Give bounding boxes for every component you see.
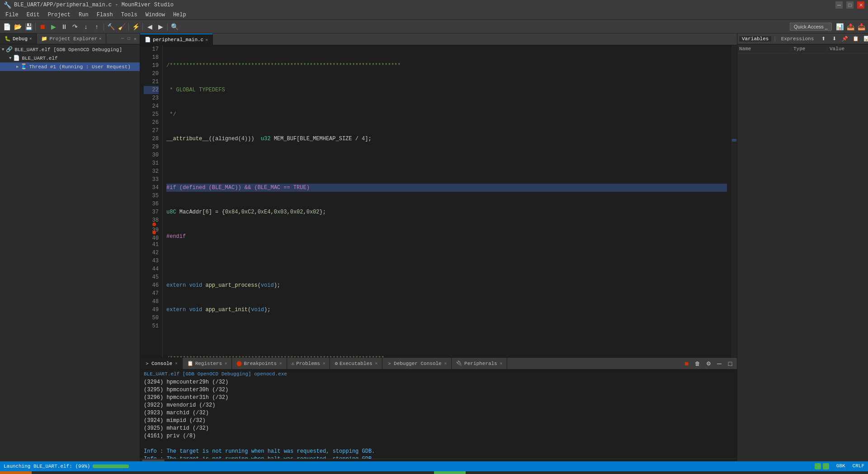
panel-close-btn[interactable]: ✕: [132, 36, 138, 42]
debug-badge: ✕: [29, 36, 32, 41]
toolbar-step-into[interactable]: ↓: [81, 22, 91, 32]
menu-window[interactable]: Window: [142, 11, 169, 19]
toolbar-clean[interactable]: 🧹: [117, 22, 127, 32]
editor-minimap: [731, 45, 737, 357]
toolbar-new[interactable]: 📄: [2, 22, 12, 32]
peripherals-icon: 🔌: [456, 360, 462, 366]
variables-btn-4[interactable]: 📋: [851, 34, 861, 44]
code-editor[interactable]: 17 18 19 20 21 22 23 24 25 26 27 28 29 3…: [140, 45, 737, 357]
debug-tree: ▼ 🔗 BLE_UART.elf [GDB OpenOCD Debugging]…: [0, 44, 140, 461]
menu-edit[interactable]: Edit: [23, 11, 43, 19]
tab-project-explorer[interactable]: 📁 Project Explorer ✕: [37, 33, 106, 44]
app-icon: 🔧: [4, 1, 11, 9]
panel-minimize-btn[interactable]: ─: [120, 36, 125, 42]
tab-registers[interactable]: 📋 Registers ✕: [183, 358, 232, 369]
console-maximize-btn[interactable]: □: [725, 359, 735, 369]
maximize-button[interactable]: □: [846, 1, 854, 9]
line-ending-label[interactable]: CRLF: [853, 463, 864, 469]
console-settings-btn[interactable]: ⚙: [703, 359, 713, 369]
toolbar-step-return[interactable]: ↑: [92, 22, 102, 32]
code-content: /***************************************…: [163, 45, 731, 357]
toolbar-back[interactable]: ◀: [145, 22, 155, 32]
tab-executables[interactable]: ⚙ Executables ✕: [330, 358, 382, 369]
menu-help[interactable]: Help: [170, 11, 190, 19]
code-line-23: u8C MacAddr[6] = {0x84,0xC2,0xE4,0x03,0x…: [166, 208, 727, 216]
tab-console[interactable]: ＞ Console ✕: [140, 358, 183, 369]
toolbar-extra-1[interactable]: 📊: [835, 22, 844, 32]
toolbar-step-over[interactable]: ↷: [70, 22, 80, 32]
toolbar-forward[interactable]: ▶: [156, 22, 165, 32]
ln-18: 18: [144, 53, 159, 62]
toolbar-extra-2[interactable]: 📤: [845, 22, 855, 32]
bottom-tab-bar: ＞ Console ✕ 📋 Registers ✕ ⬤ Breakpoints …: [140, 358, 737, 370]
menu-flash[interactable]: Flash: [93, 11, 117, 19]
menu-file[interactable]: File: [2, 11, 22, 19]
tab-peripherals[interactable]: 🔌 Peripherals ✕: [452, 358, 507, 369]
variables-btn-3[interactable]: 📌: [840, 34, 850, 44]
encoding-label[interactable]: GBK: [836, 463, 845, 469]
toolbar-build[interactable]: 🔨: [106, 22, 116, 32]
toolbar-search[interactable]: 🔍: [170, 22, 179, 32]
toolbar-resume[interactable]: ▶: [48, 22, 58, 32]
ln-22: 22: [144, 86, 159, 94]
window-title: BLE_UART/APP/peripheral_main.c - MounRiv…: [14, 2, 174, 8]
problems-icon: ⚠: [292, 360, 295, 366]
code-line-17: /***************************************…: [166, 62, 727, 70]
bottom-panel: ＞ Console ✕ 📋 Registers ✕ ⬤ Breakpoints …: [140, 357, 737, 461]
console-minimize-btn[interactable]: ─: [714, 359, 724, 369]
toolbar-sep-4: [142, 23, 143, 31]
tab-debugger-console[interactable]: ＞ Debugger Console ✕: [382, 358, 452, 369]
menu-run[interactable]: Run: [75, 11, 92, 19]
variables-btn-1[interactable]: ⬆: [818, 34, 828, 44]
console-clear-btn[interactable]: 🗑: [693, 359, 703, 369]
variables-header: Variables | Expressions ⬆ ⬇ 📌 📋 📊 ─ □: [737, 33, 868, 44]
ln-46: 46: [144, 281, 159, 289]
menu-project[interactable]: Project: [44, 11, 74, 19]
ln-19: 19: [144, 62, 159, 70]
status-indicators: [815, 463, 829, 469]
expressions-tab[interactable]: Expressions: [778, 36, 817, 42]
editor-tab-close[interactable]: ✕: [205, 37, 208, 43]
left-panel-controls: ─ □ ✕: [118, 33, 140, 44]
code-line-27: extern void app_uart_init(void);: [166, 306, 727, 314]
toolbar-debug-stop[interactable]: ⏹: [38, 22, 47, 32]
ln-28: 28: [144, 135, 159, 143]
variables-btn-2[interactable]: ⬇: [829, 34, 839, 44]
color-seg-orange: [0, 471, 32, 474]
variables-btn-5[interactable]: 📊: [862, 34, 868, 44]
code-line-22: #if (defined (BLE_MAC)) && (BLE_MAC == T…: [166, 184, 727, 192]
tab-breakpoints[interactable]: ⬤ Breakpoints ✕: [232, 358, 287, 369]
ln-25: 25: [144, 110, 159, 118]
tab-debug[interactable]: 🐛 Debug ✕: [0, 33, 37, 44]
executables-icon: ⚙: [335, 360, 338, 366]
menu-tools[interactable]: Tools: [118, 11, 141, 19]
tree-item-thread-1[interactable]: ▶ 🧵 Thread #1 (Running : User Request): [0, 62, 140, 71]
close-button[interactable]: ✕: [857, 1, 864, 9]
quick-access-button[interactable]: Quick Access _: [790, 23, 832, 31]
status-indicator-2: [823, 463, 829, 469]
toolbar-save[interactable]: 💾: [24, 22, 33, 32]
col-type-header: Type: [792, 46, 828, 52]
toolbar-flash[interactable]: ⚡: [131, 22, 141, 32]
tree-item-ble-uart-elf-debug[interactable]: ▼ 🔗 BLE_UART.elf [GDB OpenOCD Debugging]: [0, 45, 140, 54]
tree-item-ble-uart-elf[interactable]: ▼ 📄 BLE_UART.elf: [0, 54, 140, 62]
status-bar: Launching BLE_UART.elf: (99%) GBK CRLF: [0, 461, 868, 471]
code-line-24: #endif: [166, 232, 727, 241]
ln-26: 26: [144, 118, 159, 127]
tab-problems[interactable]: ⚠ Problems ✕: [287, 358, 330, 369]
file-icon: 📄: [145, 37, 151, 43]
variables-empty-area: [737, 53, 868, 234]
toolbar-open[interactable]: 📂: [13, 22, 23, 32]
minimize-button[interactable]: ─: [835, 1, 843, 9]
toolbar-suspend[interactable]: ⏸: [59, 22, 69, 32]
project-badge: ✕: [99, 36, 101, 41]
status-indicator-1: [815, 463, 821, 469]
panel-maximize-btn[interactable]: □: [126, 36, 132, 42]
launch-status-text: Launching BLE_UART.elf: (99%): [4, 464, 90, 469]
toolbar-extra-3[interactable]: 📥: [856, 22, 866, 32]
editor-tab-peripheral-main[interactable]: 📄 peripheral_main.c ✕: [140, 33, 213, 45]
variables-tab[interactable]: Variables: [739, 36, 771, 42]
console-stop-btn[interactable]: ⏹: [682, 359, 692, 369]
ln-32: 32: [144, 167, 159, 175]
toolbar-sep-2: [104, 23, 104, 31]
